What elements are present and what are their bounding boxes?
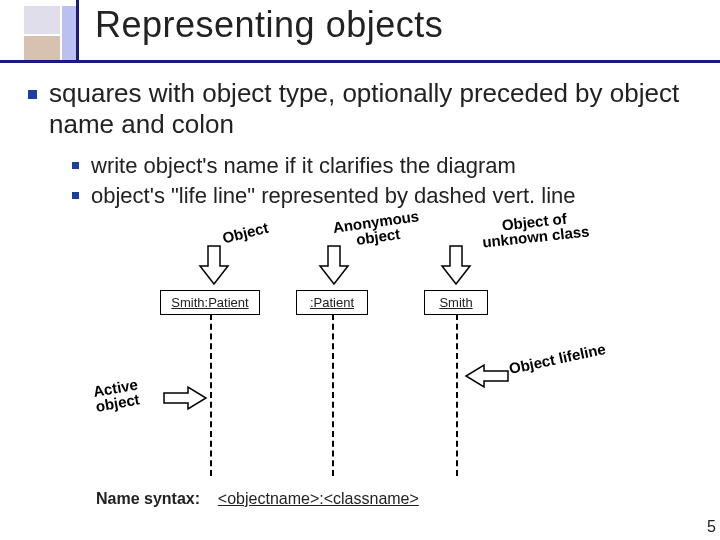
bullet-icon <box>72 192 79 199</box>
decor-line <box>0 60 720 63</box>
title-decor: Representing objects <box>0 0 720 62</box>
cue-unknown-text: Object of unknown class <box>479 208 592 249</box>
arrow-right-icon <box>162 384 208 412</box>
syntax-label: Name syntax: <box>96 490 200 507</box>
bullet-icon <box>28 90 37 99</box>
page-number: 5 <box>707 518 716 536</box>
bullet-text: object's "life line" represented by dash… <box>91 182 576 210</box>
cue-active: Active object <box>92 372 166 414</box>
object-box: Smith:Patient <box>160 290 260 315</box>
decor-block <box>24 6 60 34</box>
name-syntax: Name syntax: <objectname>:<classname> <box>96 490 419 508</box>
uml-diagram: Object Anonymous object Object of unknow… <box>104 232 616 492</box>
object-label: Smith:Patient <box>171 295 248 310</box>
cue-unknown: Object of unknown class <box>479 208 592 249</box>
bullet-text: squares with object type, optionally pre… <box>49 78 698 140</box>
bullet-text: write object's name if it clarifies the … <box>91 152 516 180</box>
slide-title: Representing objects <box>95 4 443 46</box>
bullet-level2: object's "life line" represented by dash… <box>72 182 698 210</box>
slide-body: squares with object type, optionally pre… <box>28 78 698 211</box>
object-label: :Patient <box>310 295 354 310</box>
object-box: :Patient <box>296 290 368 315</box>
arrow-down-icon <box>194 244 234 288</box>
bullet-level2: write object's name if it clarifies the … <box>72 152 698 180</box>
lifeline <box>332 314 334 476</box>
bullet-level1: squares with object type, optionally pre… <box>28 78 698 140</box>
arrow-down-icon <box>436 244 476 288</box>
arrow-down-icon <box>314 244 354 288</box>
arrow-left-icon <box>464 362 510 390</box>
syntax-value: <objectname>:<classname> <box>218 490 419 507</box>
cue-object: Object <box>221 219 270 247</box>
lifeline <box>210 314 212 476</box>
cue-lifeline: Object lifeline <box>507 340 607 377</box>
object-label: Smith <box>439 295 472 310</box>
lifeline <box>456 314 458 476</box>
decor-block <box>62 6 76 60</box>
decor-line <box>76 0 79 62</box>
decor-block <box>24 36 60 60</box>
object-box: Smith <box>424 290 488 315</box>
bullet-icon <box>72 162 79 169</box>
